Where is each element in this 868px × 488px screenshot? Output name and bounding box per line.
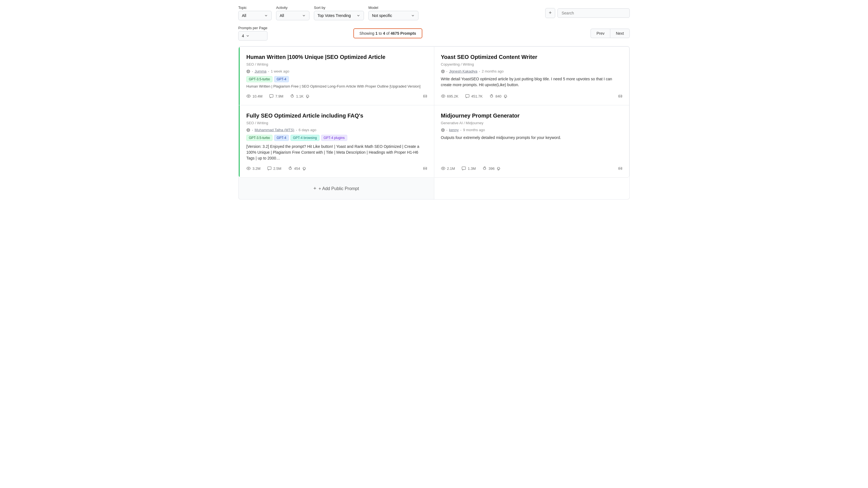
prev-button[interactable]: Prev [591,29,610,38]
card-3-link[interactable] [423,166,427,171]
svg-point-4 [248,96,249,97]
card-1-link-icon [423,94,427,98]
activity-filter-group: Activity All [276,6,309,20]
svg-point-12 [247,128,250,131]
card-4-dislike-icon [496,166,501,171]
svg-point-16 [248,168,249,169]
card-4-time: 9 months ago [463,128,485,132]
card-2-dot2: · [479,69,480,73]
card-3-dot: · [252,128,253,132]
next-button[interactable]: Next [610,29,630,38]
sortby-select[interactable]: Top Votes Trending [314,11,364,20]
svg-point-22 [443,168,444,169]
svg-point-0 [247,70,250,73]
prompt-card-2: Yoast SEO Optimized Content Writer Copyw… [434,47,629,105]
per-page-value: 4 [242,34,244,38]
card-3-category: SEO / Writing [246,121,427,125]
card-1-author: · Jumma · 1 week ago [246,69,427,73]
topic-value: All [242,13,262,18]
card-4-description: Outputs four extremely detailed midjourn… [441,135,623,141]
card-2-dot: · [446,69,447,73]
card-4-link[interactable] [618,166,622,171]
model-select[interactable]: Not specific [368,11,418,20]
add-prompt-section[interactable]: + + Add Public Prompt [239,178,434,199]
prompt-card-1: Human Written |100% Unique |SEO Optimize… [239,47,434,105]
card-1-link[interactable] [423,94,427,98]
empty-right-section [434,178,630,199]
pagination-buttons: Prev Next [591,29,630,38]
card-4-likes-val: 396 [489,166,495,171]
card-4-author-link[interactable]: kenny [449,128,459,132]
card-4-title: Midjourney Prompt Generator [441,112,623,119]
card-1-views-icon [246,94,251,98]
card-1-comments-icon [269,94,274,98]
card-1-dot: · [252,69,253,73]
card-3-time: 6 days ago [299,128,316,132]
card-3-comments-icon [267,166,272,171]
card-4-link-icon [618,166,622,171]
card-2-description: Write detail YoastSEO optimized article … [441,76,623,88]
card-2-likes-icon [489,94,494,98]
cards-grid: Human Written |100% Unique |SEO Optimize… [239,46,629,177]
per-page-chevron-icon [246,34,250,38]
activity-select[interactable]: All [276,11,309,20]
card-3-views-val: 3.2M [252,166,260,171]
card-1-author-link[interactable]: Jumma [255,69,267,73]
card-1-tag-1: GPT-4 [274,76,289,82]
topic-label: Topic [238,6,272,10]
showing-from: 1 [375,31,378,36]
model-value: Not specific [372,13,409,18]
card-4-category: Generative AI / Midjourney [441,121,623,125]
card-3-likes-icon [288,166,292,171]
svg-rect-5 [270,95,273,97]
add-button[interactable]: + [545,8,555,18]
svg-point-18 [441,128,444,131]
card-2-time: 2 months ago [482,69,504,73]
card-2-comments: 451.7K [465,94,483,98]
card-2-likes: 840 [489,94,508,98]
card-3-likes: 454 [288,166,306,171]
svg-point-1 [247,70,249,73]
filter-row: Topic All Activity All Sort by Top Votes… [238,6,630,20]
svg-rect-11 [465,95,469,97]
prompt-card-3: Fully SEO Optimized Article including FA… [239,105,434,177]
search-input[interactable] [557,8,630,18]
card-1-comments: 7.9M [269,94,283,98]
activity-label: Activity [276,6,309,10]
pagination-row: Prompts per Page 4 Showing 1 to 4 of 467… [238,26,630,40]
card-1-time: 1 week ago [271,69,289,73]
topic-select[interactable]: All [238,11,272,20]
prompt-card-4: Midjourney Prompt Generator Generative A… [434,105,629,177]
card-2-likes-val: 840 [495,94,502,98]
card-1-likes-icon [290,94,294,98]
card-1-dislike-icon [305,94,310,98]
card-3-author-link[interactable]: Muhammad Talha (MTS) [255,128,294,132]
activity-chevron-icon [302,13,306,18]
card-4-views: 2.1M [441,166,455,171]
card-4-comments: 1.3M [462,166,476,171]
card-1-views-val: 10.4M [252,94,262,98]
card-2-comments-val: 451.7K [471,94,483,98]
svg-point-19 [442,128,443,131]
card-3-title: Fully SEO Optimized Article including FA… [246,112,427,119]
card-3-views: 3.2M [246,166,260,171]
card-1-tag-0: GPT-3.5-turbo [246,76,273,82]
card-3-tag-3: GPT-4 plugins [321,135,347,141]
card-4-views-val: 2.1M [447,166,455,171]
card-4-comments-val: 1.3M [468,166,476,171]
per-page-group: Prompts per Page 4 [238,26,268,40]
card-4-views-icon [441,166,445,171]
sortby-chevron-icon [356,13,360,18]
svg-point-10 [443,96,444,97]
card-1-description: Human Written | Plagiarism Free | SEO Op… [246,84,421,89]
svg-rect-17 [268,167,271,169]
card-3-dot2: · [296,128,297,132]
card-3-tags: GPT-3.5-turbo GPT-4 GPT-4 browsing GPT-4… [246,135,427,141]
card-2-author-link[interactable]: Jignesh Kakadiya [449,69,477,73]
activity-value: All [280,13,300,18]
model-chevron-icon [411,13,415,18]
card-2-link[interactable] [618,94,622,98]
card-2-views: 695.2K [441,94,459,98]
card-3-tag-0: GPT-3.5-turbo [246,135,273,141]
per-page-select[interactable]: 4 [238,31,268,40]
